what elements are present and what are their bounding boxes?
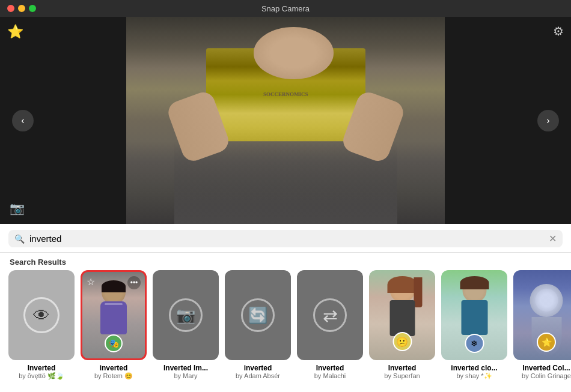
card-more-icon[interactable]: •••	[127, 276, 141, 289]
filter-name-6: Inverted	[388, 364, 417, 372]
next-arrow-button[interactable]: ›	[537, 110, 559, 131]
filter-thumbnail-3: 📷	[153, 270, 219, 360]
filter-name-2: inverted	[100, 364, 128, 372]
filter-author-4: by Adam Absér	[236, 372, 280, 379]
filter-name-4: inverted	[244, 364, 272, 372]
clear-search-button[interactable]: ✕	[549, 234, 557, 244]
filters-row: 👁 Inverted by ōvęttö 🌿🍃 ☆ •••	[8, 270, 571, 380]
filter-author-3: by Mary	[174, 372, 197, 379]
search-bar-wrap: 🔍 ✕	[0, 224, 571, 253]
filter-author-5: by Malachi	[314, 372, 346, 379]
search-bar: 🔍 ✕	[8, 230, 563, 247]
filter-thumbnail-4: 🔄	[225, 270, 291, 360]
card-star-icon[interactable]: ☆	[87, 276, 95, 289]
filter-author-2: by Rotem 😊	[94, 372, 133, 380]
filter-card-inverted-ovetto[interactable]: 👁 Inverted by ōvęttö 🌿🍃	[8, 270, 75, 380]
card-top-icons: ☆ •••	[87, 276, 141, 289]
minimize-button[interactable]	[18, 5, 25, 12]
prev-arrow-button[interactable]: ‹	[12, 110, 34, 131]
filter-name-7: inverted clo...	[451, 364, 497, 372]
filter-card-inverted-adam[interactable]: 🔄 inverted by Adam Absér	[225, 270, 291, 380]
camera-preview: SOCCERNOMICS	[126, 17, 445, 224]
search-input[interactable]	[29, 234, 544, 244]
filter-thumbnail-5: ⇄	[297, 270, 363, 360]
traffic-lights	[7, 5, 36, 12]
maximize-button[interactable]	[29, 5, 36, 12]
filter-thumbnail-2: ☆ ••• 🎭	[81, 270, 147, 360]
filter-author-7: by shay *✨	[456, 372, 492, 380]
filters-scroll[interactable]: 👁 Inverted by ōvęttö 🌿🍃 ☆ •••	[0, 270, 571, 392]
app-title: Snap Camera	[261, 4, 310, 13]
filter-author-8: by Colin Grinage	[522, 372, 571, 379]
filter-name-1: Inverted	[28, 364, 56, 372]
filter-thumbnail-1: 👁	[8, 270, 75, 360]
search-results-label: Search Results	[0, 253, 571, 270]
capture-icon[interactable]: 📷	[10, 201, 25, 216]
filter-name-5: Inverted	[316, 364, 344, 372]
filter-card-inverted-superfan[interactable]: 😕 Inverted by Superfan	[369, 270, 435, 380]
filter-author-1: by ōvęttö 🌿🍃	[19, 372, 64, 380]
filter-thumbnail-6: 😕	[369, 270, 435, 360]
filter-card-inverted-mary[interactable]: 📷 Inverted Im... by Mary	[153, 270, 219, 380]
filter-card-inverted-malachi[interactable]: ⇄ Inverted by Malachi	[297, 270, 363, 380]
camera-area: ⭐ ⚙ 📷 ‹ › SOCCERNOMICS	[0, 17, 571, 224]
titlebar: Snap Camera	[0, 0, 571, 17]
filter-author-6: by Superfan	[384, 372, 420, 379]
close-button[interactable]	[7, 5, 14, 12]
search-icon: 🔍	[14, 234, 25, 244]
settings-icon[interactable]: ⚙	[553, 24, 564, 38]
filter-thumbnail-8: ⭐	[513, 270, 571, 360]
filter-card-inverted-colin[interactable]: ⭐ Inverted Col... by Colin Grinage	[513, 270, 571, 380]
filter-thumbnail-7: ❄	[441, 270, 507, 360]
bottom-panel: 🔍 ✕ Search Results 👁 Inverted by ōvęttö …	[0, 224, 571, 392]
filter-card-inverted-rotem[interactable]: ☆ ••• 🎭	[81, 270, 147, 380]
filter-name-3: Inverted Im...	[163, 364, 208, 372]
favorites-star-icon[interactable]: ⭐	[7, 24, 23, 40]
filter-card-inverted-shay[interactable]: ❄ inverted clo... by shay *✨	[441, 270, 507, 380]
filter-name-8: Inverted Col...	[522, 364, 570, 372]
